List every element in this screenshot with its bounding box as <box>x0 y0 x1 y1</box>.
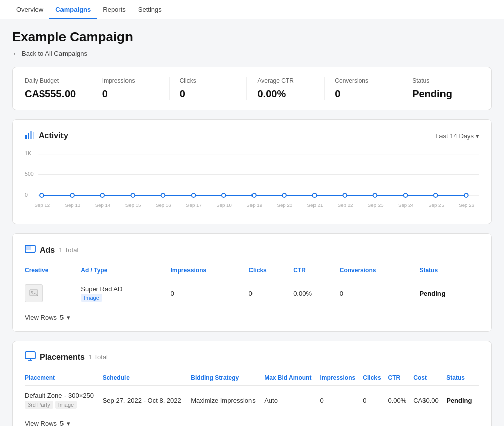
svg-text:Sep 17: Sep 17 <box>186 202 202 208</box>
svg-point-24 <box>464 193 468 197</box>
placement-clicks-cell: 0 <box>363 386 388 415</box>
ads-col-conversions: Conversions <box>340 263 420 278</box>
placements-col-bidding: Bidding Strategy <box>191 370 264 386</box>
chart-svg: 1K 500 0 <box>25 148 479 214</box>
stat-impressions: Impressions 0 <box>92 77 170 100</box>
ad-type-badge: Image <box>81 294 102 302</box>
ads-table: Creative Ad / Type Impressions Clicks CT… <box>25 263 479 309</box>
svg-text:0: 0 <box>25 192 28 198</box>
ads-card: Ads 1 Total Creative Ad / Type Impressio… <box>12 233 492 332</box>
svg-point-16 <box>222 193 226 197</box>
placements-col-impressions: Impressions <box>320 370 363 386</box>
table-row: Super Rad AD Image 0 0 0.00% 0 Pending <box>25 278 479 309</box>
ad-creative-thumbnail <box>25 284 43 302</box>
nav-item-reports[interactable]: Reports <box>97 0 132 19</box>
top-navigation: Overview Campaigns Reports Settings <box>0 0 504 19</box>
svg-point-18 <box>282 193 286 197</box>
svg-rect-2 <box>30 131 32 139</box>
svg-point-19 <box>312 193 317 197</box>
svg-text:Sep 22: Sep 22 <box>338 202 353 208</box>
svg-text:Sep 18: Sep 18 <box>216 202 232 208</box>
ad-clicks-cell: 0 <box>248 278 293 309</box>
svg-point-22 <box>404 193 408 197</box>
placements-section-header: Placements 1 Total <box>25 351 479 363</box>
svg-point-20 <box>343 193 347 197</box>
svg-point-14 <box>161 193 165 197</box>
placements-view-rows[interactable]: View Rows 5 ▾ <box>25 415 479 426</box>
placements-icon <box>25 351 36 363</box>
stat-clicks: Clicks 0 <box>170 77 247 100</box>
svg-text:Sep 13: Sep 13 <box>65 202 81 208</box>
placements-col-status: Status <box>446 370 479 386</box>
svg-text:Sep 16: Sep 16 <box>156 202 171 208</box>
placements-col-schedule: Schedule <box>103 370 191 386</box>
activity-card: Activity Last 14 Days ▾ 1K 500 0 <box>12 119 492 224</box>
svg-text:1K: 1K <box>25 150 31 156</box>
svg-text:Sep 19: Sep 19 <box>246 202 262 208</box>
activity-card-header: Activity Last 14 Days ▾ <box>25 130 479 141</box>
svg-text:Sep 12: Sep 12 <box>34 202 50 208</box>
stat-status: Status Pending <box>402 77 479 100</box>
placement-impressions-cell: 0 <box>320 386 363 415</box>
ad-ctr-cell: 0.00% <box>293 278 340 309</box>
ad-creative-cell <box>25 278 81 309</box>
placements-col-placement: Placement <box>25 370 103 386</box>
chevron-down-icon: ▾ <box>67 314 70 321</box>
nav-item-settings[interactable]: Settings <box>132 0 168 19</box>
placement-type-badges: 3rd Party Image <box>25 401 97 409</box>
placement-bidding-cell: Maximize Impressions <box>191 386 264 415</box>
stat-average-ctr: Average CTR 0.00% <box>247 77 325 100</box>
svg-rect-45 <box>25 352 35 359</box>
placement-name-cell: Default Zone - 300×250 3rd Party Image <box>25 386 103 415</box>
page-content: Example Campaign ← Back to All Campaigns… <box>0 19 504 426</box>
placement-cost-cell: CA$0.00 <box>413 386 446 415</box>
svg-point-11 <box>70 193 74 197</box>
svg-text:Sep 20: Sep 20 <box>277 202 292 208</box>
ad-status-cell: Pending <box>419 278 479 309</box>
svg-point-10 <box>40 193 44 197</box>
ads-view-rows[interactable]: View Rows 5 ▾ <box>25 309 479 321</box>
svg-point-13 <box>131 193 135 197</box>
placement-ctr-cell: 0.00% <box>388 386 414 415</box>
placements-table: Placement Schedule Bidding Strategy Max … <box>25 370 479 415</box>
stat-conversions: Conversions 0 <box>325 77 402 100</box>
ad-conversions-cell: 0 <box>340 278 420 309</box>
stat-daily-budget: Daily Budget CA$555.00 <box>25 77 92 100</box>
ads-col-impressions: Impressions <box>170 263 248 278</box>
svg-point-12 <box>100 193 104 197</box>
svg-text:Sep 14: Sep 14 <box>95 202 111 208</box>
nav-item-overview[interactable]: Overview <box>10 0 49 19</box>
svg-rect-41 <box>26 246 31 250</box>
ads-col-status: Status <box>419 263 479 278</box>
chevron-down-icon: ▾ <box>476 132 479 140</box>
svg-text:Sep 24: Sep 24 <box>398 202 414 208</box>
date-range-selector[interactable]: Last 14 Days ▾ <box>435 132 479 140</box>
page-title: Example Campaign <box>12 29 492 45</box>
placements-col-ctr: CTR <box>388 370 414 386</box>
placement-status-cell: Pending <box>446 386 479 415</box>
nav-item-campaigns[interactable]: Campaigns <box>49 0 97 19</box>
svg-text:Sep 21: Sep 21 <box>307 202 323 208</box>
placements-col-cost: Cost <box>413 370 446 386</box>
placement-maxbid-cell: Auto <box>264 386 320 415</box>
placement-schedule-cell: Sep 27, 2022 - Oct 8, 2022 <box>103 386 191 415</box>
svg-text:Sep 23: Sep 23 <box>368 202 384 208</box>
ads-col-creative: Creative <box>25 263 81 278</box>
ads-icon <box>25 244 36 256</box>
svg-rect-0 <box>25 135 27 139</box>
svg-point-23 <box>434 193 438 197</box>
svg-text:Sep 15: Sep 15 <box>125 202 141 208</box>
svg-text:Sep 25: Sep 25 <box>428 202 444 208</box>
ad-name-cell: Super Rad AD Image <box>81 278 170 309</box>
ads-col-clicks: Clicks <box>248 263 293 278</box>
ad-impressions-cell: 0 <box>170 278 248 309</box>
placement-name: Default Zone - 300×250 <box>25 392 97 399</box>
placements-count: 1 Total <box>89 353 108 361</box>
placements-title: Placements <box>40 353 85 362</box>
back-link[interactable]: ← Back to All Campaigns <box>12 50 492 57</box>
placements-col-clicks: Clicks <box>363 370 388 386</box>
svg-point-17 <box>252 193 256 197</box>
activity-chart-icon <box>25 130 35 141</box>
svg-point-21 <box>373 193 377 197</box>
ads-col-type: Ad / Type <box>81 263 170 278</box>
